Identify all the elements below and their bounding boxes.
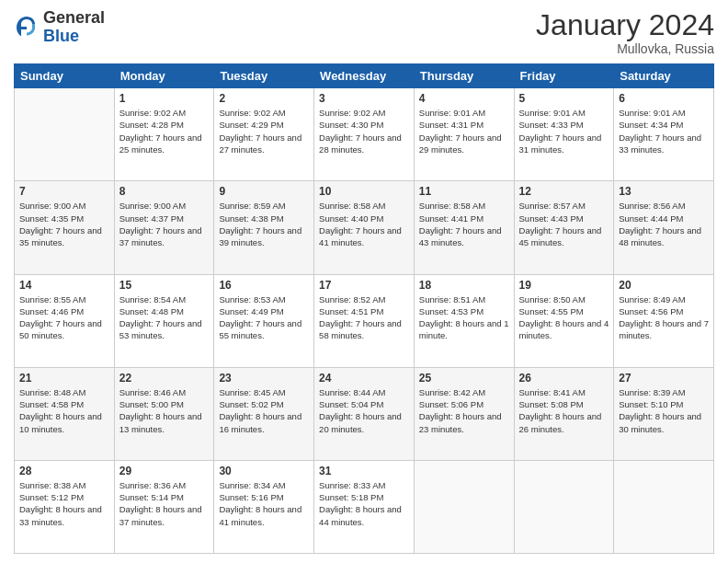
day-info-2-4: Sunrise: 8:51 AMSunset: 4:53 PMDaylight:… xyxy=(419,293,509,342)
col-saturday: Saturday xyxy=(614,64,714,88)
day-info-4-0: Sunrise: 8:38 AMSunset: 5:12 PMDaylight:… xyxy=(19,479,109,528)
day-number-4-0: 28 xyxy=(19,465,109,477)
week-row-0: 1Sunrise: 9:02 AMSunset: 4:28 PMDaylight… xyxy=(15,88,714,181)
cell-0-0 xyxy=(15,88,115,181)
day-number-4-2: 30 xyxy=(219,465,309,477)
day-info-1-4: Sunrise: 8:58 AMSunset: 4:41 PMDaylight:… xyxy=(419,200,509,248)
calendar-header: Sunday Monday Tuesday Wednesday Thursday… xyxy=(15,64,714,88)
cell-0-1: 1Sunrise: 9:02 AMSunset: 4:28 PMDaylight… xyxy=(114,88,214,181)
day-number-3-3: 24 xyxy=(319,372,409,385)
day-number-3-2: 23 xyxy=(219,372,309,385)
cell-1-5: 12Sunrise: 8:57 AMSunset: 4:43 PMDayligh… xyxy=(514,181,614,274)
day-number-1-1: 8 xyxy=(119,185,210,198)
day-number-0-4: 4 xyxy=(419,92,509,105)
location: Mullovka, Russia xyxy=(536,41,714,56)
day-number-3-1: 22 xyxy=(119,372,210,385)
title-block: January 2024 Mullovka, Russia xyxy=(536,9,714,56)
day-info-3-2: Sunrise: 8:45 AMSunset: 5:02 PMDaylight:… xyxy=(219,386,309,435)
col-monday: Monday xyxy=(114,64,214,88)
calendar-body: 1Sunrise: 9:02 AMSunset: 4:28 PMDaylight… xyxy=(15,88,714,554)
month-title: January 2024 xyxy=(536,9,714,41)
cell-4-4 xyxy=(414,460,514,553)
cell-4-5 xyxy=(514,460,614,553)
day-number-0-5: 5 xyxy=(519,92,609,105)
day-info-1-2: Sunrise: 8:59 AMSunset: 4:38 PMDaylight:… xyxy=(219,200,309,248)
day-number-2-2: 16 xyxy=(219,279,309,292)
day-info-4-2: Sunrise: 8:34 AMSunset: 5:16 PMDaylight:… xyxy=(219,479,309,528)
cell-0-5: 5Sunrise: 9:01 AMSunset: 4:33 PMDaylight… xyxy=(514,88,614,181)
day-info-2-1: Sunrise: 8:54 AMSunset: 4:48 PMDaylight:… xyxy=(119,293,210,342)
day-number-3-5: 26 xyxy=(519,372,609,385)
week-row-3: 21Sunrise: 8:48 AMSunset: 4:58 PMDayligh… xyxy=(15,367,714,460)
day-number-0-3: 3 xyxy=(319,92,409,105)
page: General Blue January 2024 Mullovka, Russ… xyxy=(0,0,728,563)
logo: General Blue xyxy=(14,9,105,46)
day-info-2-3: Sunrise: 8:52 AMSunset: 4:51 PMDaylight:… xyxy=(319,293,409,342)
cell-1-3: 10Sunrise: 8:58 AMSunset: 4:40 PMDayligh… xyxy=(314,181,415,274)
col-friday: Friday xyxy=(514,64,614,88)
day-number-3-0: 21 xyxy=(19,372,109,385)
day-info-1-0: Sunrise: 9:00 AMSunset: 4:35 PMDaylight:… xyxy=(19,200,109,248)
col-wednesday: Wednesday xyxy=(314,64,415,88)
day-info-4-3: Sunrise: 8:33 AMSunset: 5:18 PMDaylight:… xyxy=(319,479,409,528)
day-number-1-5: 12 xyxy=(519,185,609,198)
cell-4-6 xyxy=(614,460,714,553)
cell-3-0: 21Sunrise: 8:48 AMSunset: 4:58 PMDayligh… xyxy=(15,367,115,460)
day-number-2-5: 19 xyxy=(519,279,609,292)
cell-2-4: 18Sunrise: 8:51 AMSunset: 4:53 PMDayligh… xyxy=(414,274,514,367)
cell-0-3: 3Sunrise: 9:02 AMSunset: 4:30 PMDaylight… xyxy=(314,88,415,181)
header-row: Sunday Monday Tuesday Wednesday Thursday… xyxy=(15,64,714,88)
day-info-0-5: Sunrise: 9:01 AMSunset: 4:33 PMDaylight:… xyxy=(519,107,609,155)
day-info-3-1: Sunrise: 8:46 AMSunset: 5:00 PMDaylight:… xyxy=(119,386,210,435)
day-number-1-2: 9 xyxy=(219,185,309,198)
cell-4-1: 29Sunrise: 8:36 AMSunset: 5:14 PMDayligh… xyxy=(114,460,214,553)
day-info-0-3: Sunrise: 9:02 AMSunset: 4:30 PMDaylight:… xyxy=(319,107,409,155)
cell-1-0: 7Sunrise: 9:00 AMSunset: 4:35 PMDaylight… xyxy=(15,181,115,274)
logo-icon xyxy=(14,15,40,40)
cell-3-6: 27Sunrise: 8:39 AMSunset: 5:10 PMDayligh… xyxy=(614,367,714,460)
day-info-2-6: Sunrise: 8:49 AMSunset: 4:56 PMDaylight:… xyxy=(619,293,709,342)
day-number-2-6: 20 xyxy=(619,279,709,292)
day-number-1-6: 13 xyxy=(619,185,709,198)
day-info-3-6: Sunrise: 8:39 AMSunset: 5:10 PMDaylight:… xyxy=(619,386,709,435)
cell-0-4: 4Sunrise: 9:01 AMSunset: 4:31 PMDaylight… xyxy=(414,88,514,181)
cell-4-3: 31Sunrise: 8:33 AMSunset: 5:18 PMDayligh… xyxy=(314,460,415,553)
day-info-0-4: Sunrise: 9:01 AMSunset: 4:31 PMDaylight:… xyxy=(419,107,509,155)
day-info-1-3: Sunrise: 8:58 AMSunset: 4:40 PMDaylight:… xyxy=(319,200,409,248)
cell-3-1: 22Sunrise: 8:46 AMSunset: 5:00 PMDayligh… xyxy=(114,367,214,460)
cell-1-6: 13Sunrise: 8:56 AMSunset: 4:44 PMDayligh… xyxy=(614,181,714,274)
cell-3-5: 26Sunrise: 8:41 AMSunset: 5:08 PMDayligh… xyxy=(514,367,614,460)
day-info-4-1: Sunrise: 8:36 AMSunset: 5:14 PMDaylight:… xyxy=(119,479,210,528)
logo-general-text: General xyxy=(43,9,105,28)
day-info-0-2: Sunrise: 9:02 AMSunset: 4:29 PMDaylight:… xyxy=(219,107,309,155)
day-info-0-6: Sunrise: 9:01 AMSunset: 4:34 PMDaylight:… xyxy=(619,107,709,155)
day-info-0-1: Sunrise: 9:02 AMSunset: 4:28 PMDaylight:… xyxy=(119,107,210,155)
day-info-1-1: Sunrise: 9:00 AMSunset: 4:37 PMDaylight:… xyxy=(119,200,210,248)
cell-2-6: 20Sunrise: 8:49 AMSunset: 4:56 PMDayligh… xyxy=(614,274,714,367)
day-number-1-3: 10 xyxy=(319,185,409,198)
day-number-4-1: 29 xyxy=(119,465,210,477)
calendar: Sunday Monday Tuesday Wednesday Thursday… xyxy=(14,63,714,554)
cell-2-5: 19Sunrise: 8:50 AMSunset: 4:55 PMDayligh… xyxy=(514,274,614,367)
day-info-3-0: Sunrise: 8:48 AMSunset: 4:58 PMDaylight:… xyxy=(19,386,109,435)
cell-3-3: 24Sunrise: 8:44 AMSunset: 5:04 PMDayligh… xyxy=(314,367,415,460)
day-info-3-5: Sunrise: 8:41 AMSunset: 5:08 PMDaylight:… xyxy=(519,386,609,435)
cell-3-2: 23Sunrise: 8:45 AMSunset: 5:02 PMDayligh… xyxy=(214,367,314,460)
day-info-1-5: Sunrise: 8:57 AMSunset: 4:43 PMDaylight:… xyxy=(519,200,609,248)
day-info-2-5: Sunrise: 8:50 AMSunset: 4:55 PMDaylight:… xyxy=(519,293,609,342)
cell-1-2: 9Sunrise: 8:59 AMSunset: 4:38 PMDaylight… xyxy=(214,181,314,274)
cell-1-1: 8Sunrise: 9:00 AMSunset: 4:37 PMDaylight… xyxy=(114,181,214,274)
day-number-2-0: 14 xyxy=(19,279,109,292)
day-info-2-0: Sunrise: 8:55 AMSunset: 4:46 PMDaylight:… xyxy=(19,293,109,342)
week-row-4: 28Sunrise: 8:38 AMSunset: 5:12 PMDayligh… xyxy=(15,460,714,553)
col-sunday: Sunday xyxy=(15,64,115,88)
cell-2-2: 16Sunrise: 8:53 AMSunset: 4:49 PMDayligh… xyxy=(214,274,314,367)
day-number-1-4: 11 xyxy=(419,185,509,198)
day-number-4-3: 31 xyxy=(319,465,409,477)
logo-text: General Blue xyxy=(43,9,105,46)
logo-blue-text: Blue xyxy=(43,28,105,46)
cell-2-0: 14Sunrise: 8:55 AMSunset: 4:46 PMDayligh… xyxy=(15,274,115,367)
cell-2-1: 15Sunrise: 8:54 AMSunset: 4:48 PMDayligh… xyxy=(114,274,214,367)
day-info-3-4: Sunrise: 8:42 AMSunset: 5:06 PMDaylight:… xyxy=(419,386,509,435)
cell-2-3: 17Sunrise: 8:52 AMSunset: 4:51 PMDayligh… xyxy=(314,274,415,367)
